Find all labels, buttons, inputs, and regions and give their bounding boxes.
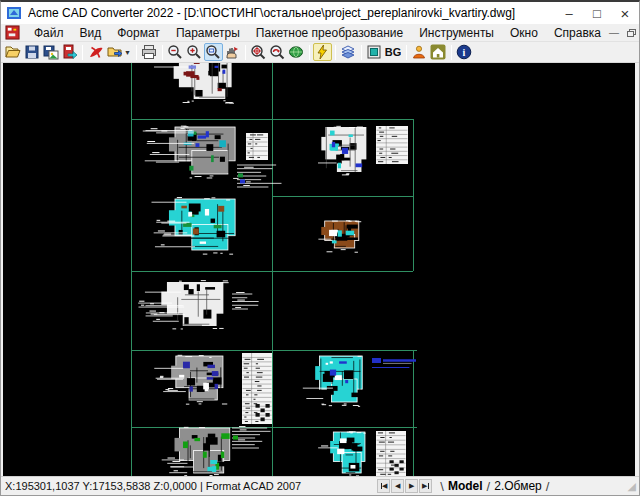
menu-item-options[interactable]: Параметры: [168, 26, 248, 40]
maximize-button[interactable]: □: [583, 2, 611, 24]
window-controls: – □ ×: [555, 2, 639, 24]
background-color-button[interactable]: [365, 43, 384, 61]
tab-separator: \: [438, 479, 446, 494]
info-icon: i: [456, 44, 472, 60]
drawing-table-4: [376, 431, 406, 476]
pan-button[interactable]: [223, 43, 242, 61]
zoom-extents-button[interactable]: [249, 43, 268, 61]
zoom-out-button[interactable]: [166, 43, 185, 61]
layers-button[interactable]: [339, 43, 358, 61]
bg-text-icon: BG: [385, 44, 401, 60]
homepage-button[interactable]: [429, 43, 448, 61]
menu-item-view[interactable]: Вид: [72, 26, 110, 40]
title-bar: Acme CAD Converter 2022 - [D:\ПОСТИНГ\ос…: [1, 2, 639, 24]
mdi-minimize-button[interactable]: —: [609, 28, 619, 38]
drawing-plan-zones: [154, 355, 227, 405]
first-sheet-button[interactable]: ◀: [377, 479, 390, 493]
drawing-plan-new: [303, 356, 362, 407]
next-sheet-button[interactable]: ▶: [405, 479, 418, 493]
export-pdf-button[interactable]: [86, 43, 105, 61]
mdi-window-controls: — ×: [609, 28, 640, 38]
toolbar-separator: [335, 45, 336, 60]
close-button[interactable]: ×: [611, 2, 639, 24]
drawing-table-2: [376, 126, 408, 164]
batch-folder-icon: [107, 44, 123, 60]
menu-item-batch-conversion[interactable]: Пакетное преобразование: [248, 26, 411, 40]
toolbar-separator: [136, 45, 137, 60]
drawing-plan-furniture: [318, 220, 361, 252]
mdi-restore-button[interactable]: [627, 29, 636, 37]
zoom-window-button[interactable]: [204, 43, 223, 61]
batch-convert-dropdown-arrow-icon[interactable]: ▼: [124, 49, 131, 56]
menu-item-format[interactable]: Формат: [109, 26, 168, 40]
menu-bar: ФайлВидФорматПараметрыПакетное преобразо…: [1, 24, 639, 42]
drawing-table-1: [246, 133, 268, 160]
document-icon: [5, 25, 20, 40]
last-sheet-button[interactable]: ▶: [419, 479, 432, 493]
open-button[interactable]: [3, 43, 22, 61]
toolbar-separator: [406, 45, 407, 60]
toolbar-separator: [309, 45, 310, 60]
dwg-version-convert-button[interactable]: [60, 43, 79, 61]
globe-icon: [288, 44, 304, 60]
drawing-notes-2: [232, 292, 259, 309]
sheet-tabs: \Model/2.Обмер/: [438, 479, 551, 494]
dwg-convert-icon: [62, 44, 78, 60]
save-image-icon: [43, 44, 59, 60]
printer-icon: [141, 44, 157, 60]
toolbar-separator: [245, 45, 246, 60]
toolbar-separator: [82, 45, 83, 60]
background-toggle-button[interactable]: BG: [384, 43, 403, 61]
zoom-previous-icon: [269, 44, 285, 60]
minimize-button[interactable]: –: [555, 2, 583, 24]
save-button[interactable]: [22, 43, 41, 61]
license-button[interactable]: [410, 43, 429, 61]
svg-text:i: i: [463, 47, 466, 58]
sheet-tab-model[interactable]: Model: [446, 479, 485, 493]
resize-grip[interactable]: ◢: [628, 480, 637, 493]
menu-item-window[interactable]: Окно: [502, 26, 546, 40]
drawing-plan-measure: [318, 126, 366, 175]
drawing-plan-demolition: [151, 197, 235, 255]
toolbar-separator: [162, 45, 163, 60]
toolbar-separator: [361, 45, 362, 60]
cad-canvas[interactable]: [3, 63, 635, 476]
drawing-area-frame: [1, 63, 639, 476]
pan-hand-icon: [224, 44, 240, 60]
tab-separator: /: [544, 479, 552, 494]
home-icon: [430, 44, 446, 60]
tab-separator: /: [485, 479, 493, 494]
zoom-in-button[interactable]: [185, 43, 204, 61]
menu-item-file[interactable]: Файл: [26, 26, 72, 40]
zoom-in-icon: [186, 44, 202, 60]
batch-convert-button[interactable]: [105, 43, 124, 61]
about-button[interactable]: i: [455, 43, 474, 61]
drawing-plan-bottom1: [162, 427, 230, 476]
drawing-plan-white: [138, 280, 228, 329]
window-title: Acme CAD Converter 2022 - [D:\ПОСТИНГ\ос…: [28, 6, 515, 20]
sheet-tab-obmer[interactable]: 2.Обмер: [492, 479, 544, 493]
menu-item-tools[interactable]: Инструменты: [411, 26, 502, 40]
drawing-plan-floor1: [143, 126, 239, 179]
drawing-note-blue: [372, 358, 416, 368]
app-window: Acme CAD Converter 2022 - [D:\ПОСТИНГ\ос…: [0, 0, 640, 496]
app-icon: [6, 5, 22, 21]
sheet-frames: [131, 63, 417, 476]
pdf-icon: [88, 44, 104, 60]
toolbar: ▼BGi: [1, 42, 639, 63]
toolbar-separator: [451, 45, 452, 60]
print-button[interactable]: [140, 43, 159, 61]
render-view-button[interactable]: [287, 43, 306, 61]
zoom-previous-button[interactable]: [268, 43, 287, 61]
svg-text:BG: BG: [385, 46, 401, 58]
prev-sheet-button[interactable]: ◀: [391, 479, 404, 493]
sheet-nav-buttons: ◀◀▶▶: [377, 479, 432, 493]
menu-items: ФайлВидФорматПараметрыПакетное преобразо…: [26, 24, 609, 41]
save-icon: [24, 44, 40, 60]
person-icon: [411, 44, 427, 60]
quick-locate-button[interactable]: [313, 43, 332, 61]
zoom-out-icon: [167, 44, 183, 60]
save-as-image-button[interactable]: [41, 43, 60, 61]
drawing-notes-1: [237, 165, 281, 187]
menu-item-help[interactable]: Справка: [546, 26, 609, 40]
